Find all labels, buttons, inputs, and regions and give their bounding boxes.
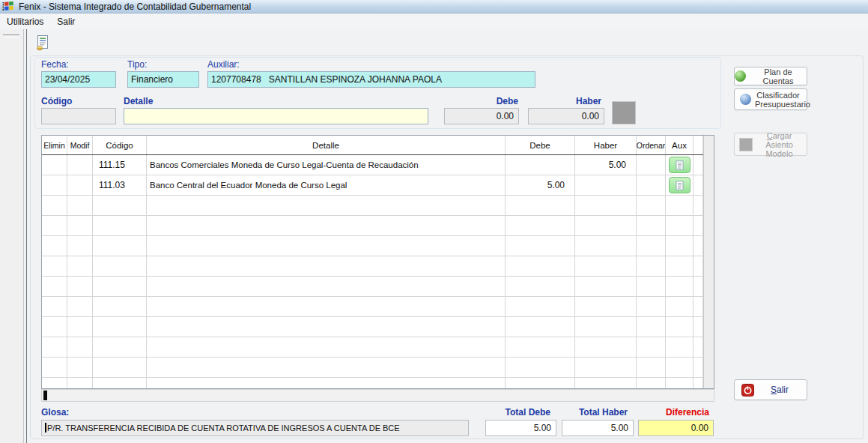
grid-row-1[interactable]: 111.15 Bancos Comerciales Moneda de Curs… — [42, 155, 703, 175]
grid-empty-row[interactable] — [42, 277, 703, 297]
grid-empty-row[interactable] — [42, 216, 703, 236]
debe-field[interactable]: 0.00 — [444, 108, 519, 124]
window-title: Fenix - Sistema Integrado de Contabilida… — [19, 0, 251, 13]
col-detalle: Detalle — [147, 136, 506, 154]
grid-row-2[interactable]: 111.03 Banco Central del Ecuador Moneda … — [42, 175, 703, 196]
debe-label: Debe — [443, 96, 518, 106]
fecha-field[interactable]: 23/04/2025 — [41, 71, 116, 88]
grid-vertical-scrollbar[interactable] — [703, 136, 714, 388]
app-window: Fenix - Sistema Integrado de Contabilida… — [0, 0, 868, 443]
row1-detalle: Bancos Comerciales Moneda de Curso Legal… — [147, 155, 506, 175]
hscroll-thumb[interactable] — [43, 391, 47, 400]
col-ordenar: Ordenar — [637, 136, 666, 154]
document-icon — [676, 160, 684, 170]
tipo-field[interactable]: Financiero — [127, 71, 199, 88]
row1-debe — [506, 155, 575, 175]
grid-horizontal-scrollbar[interactable] — [41, 389, 714, 402]
row1-codigo: 111.15 — [93, 155, 147, 175]
gray-square-icon — [739, 138, 753, 151]
grid-empty-row[interactable] — [42, 256, 703, 277]
panel-divider — [26, 29, 27, 443]
splitter-grip[interactable] — [3, 34, 19, 37]
blue-sphere-icon — [740, 94, 751, 105]
grid-empty-row[interactable] — [42, 236, 703, 256]
row2-detalle: Banco Central del Ecuador Moneda de Curs… — [147, 175, 506, 195]
cargar-asiento-label: Cargar Asiento Modelo — [756, 131, 803, 158]
auxiliar-field[interactable]: 1207708478 SANTILLAN ESPINOZA JOHANNA PA… — [207, 71, 535, 88]
clasificador-label: Clasificador Presupuestario — [755, 91, 801, 109]
glosa-field[interactable]: P/R. TRANSFERENCIA RECIBIDA DE CUENTA RO… — [41, 420, 469, 436]
journal-document-coins-icon — [34, 34, 51, 54]
grid-empty-row[interactable] — [42, 317, 703, 337]
entries-grid: Elimin Modif Código Detalle Debe Haber O… — [41, 135, 714, 389]
row1-haber: 5.00 — [575, 155, 637, 175]
col-modif: Modif — [67, 136, 93, 154]
diferencia-label: Diferencia — [638, 407, 709, 418]
left-collapsed-panel[interactable] — [0, 29, 24, 443]
grid-empty-row[interactable] — [42, 337, 703, 358]
col-elimin: Elimin — [42, 136, 67, 154]
fecha-label: Fecha: — [41, 59, 69, 70]
detalle-label: Detalle — [124, 96, 153, 106]
power-icon — [741, 384, 754, 397]
menu-salir[interactable]: Salir — [50, 15, 82, 28]
col-codigo: Código — [93, 136, 147, 154]
total-debe-label: Total Debe — [485, 407, 550, 418]
new-entry-button[interactable] — [31, 34, 53, 55]
salir-button[interactable]: Salir — [734, 379, 807, 400]
col-haber: Haber — [575, 136, 637, 154]
cargar-asiento-modelo-button: Cargar Asiento Modelo — [734, 133, 807, 156]
menu-bar: Utilitarios Salir — [0, 13, 868, 29]
title-bar: Fenix - Sistema Integrado de Contabilida… — [0, 0, 868, 13]
grid-empty-row[interactable] — [42, 297, 703, 317]
row2-aux-button[interactable] — [669, 177, 691, 193]
plan-de-cuentas-button[interactable]: Plan de Cuentas — [734, 67, 807, 85]
menu-utilitarios[interactable]: Utilitarios — [0, 15, 50, 28]
total-haber-field: 5.00 — [562, 420, 634, 436]
windows-logo-icon — [2, 1, 14, 12]
color-swatch-button[interactable] — [612, 101, 636, 124]
clasificador-presupuestario-button[interactable]: Clasificador Presupuestario — [734, 88, 807, 110]
grid-empty-row[interactable] — [42, 378, 703, 389]
tipo-label: Tipo: — [127, 59, 147, 70]
codigo-label: Código — [41, 96, 72, 106]
col-debe: Debe — [506, 136, 575, 154]
text-caret — [45, 423, 46, 433]
document-icon — [676, 181, 684, 190]
grid-empty-row[interactable] — [42, 358, 703, 378]
row1-aux-button[interactable] — [669, 157, 691, 173]
grid-empty-row[interactable] — [42, 196, 703, 216]
total-haber-label: Total Haber — [562, 407, 628, 418]
detalle-field[interactable] — [124, 108, 428, 124]
total-debe-field: 5.00 — [485, 420, 556, 436]
diferencia-field: 0.00 — [638, 420, 714, 436]
glosa-label: Glosa: — [41, 407, 69, 418]
row2-debe: 5.00 — [506, 175, 575, 195]
auxiliar-label: Auxiliar: — [207, 59, 240, 70]
codigo-field — [41, 108, 116, 124]
green-sphere-icon — [735, 70, 746, 82]
haber-label: Haber — [526, 96, 601, 106]
grid-header-row: Elimin Modif Código Detalle Debe Haber O… — [42, 136, 703, 155]
row2-haber — [575, 175, 637, 195]
plan-de-cuentas-label: Plan de Cuentas — [750, 67, 807, 85]
col-aux: Aux — [666, 136, 694, 154]
salir-label: Salir — [771, 385, 789, 394]
row2-codigo: 111.03 — [93, 175, 147, 195]
haber-field[interactable]: 0.00 — [528, 108, 604, 124]
